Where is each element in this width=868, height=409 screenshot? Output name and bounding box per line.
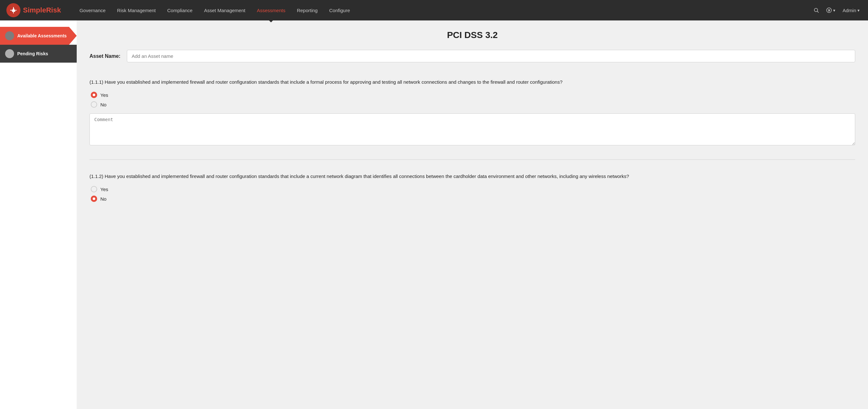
brand-logo-link[interactable]: ♟ SimpleRisk xyxy=(6,3,61,17)
brand-name: SimpleRisk xyxy=(23,6,61,14)
page-layout: Available Assessments Pending Risks PCI … xyxy=(0,21,868,409)
question-divider xyxy=(90,159,855,160)
navbar-right: ? ▾ Admin ▾ xyxy=(811,5,862,15)
sidebar-item-available-assessments[interactable]: Available Assessments xyxy=(0,27,77,45)
help-button[interactable]: ? ▾ xyxy=(824,5,837,15)
question-1-radio-group: Yes No xyxy=(90,92,855,108)
assessment-title: PCI DSS 3.2 xyxy=(90,30,855,40)
asset-name-row: Asset Name: xyxy=(90,50,855,62)
svg-point-5 xyxy=(814,8,818,12)
nav-item-configure[interactable]: Configure xyxy=(323,0,356,21)
nav-menu: Governance Risk Management Compliance As… xyxy=(74,0,812,21)
svg-line-6 xyxy=(817,11,819,12)
nav-item-risk-management[interactable]: Risk Management xyxy=(111,0,161,21)
nav-item-asset-management[interactable]: Asset Management xyxy=(198,0,251,21)
asset-name-input[interactable] xyxy=(127,50,855,62)
question-2-no-radio[interactable] xyxy=(91,195,97,202)
navbar: ♟ SimpleRisk Governance Risk Management … xyxy=(0,0,868,21)
question-block-1: (1.1.1) Have you established and impleme… xyxy=(90,72,855,153)
search-button[interactable] xyxy=(811,5,821,15)
question-2-radio-group: Yes No xyxy=(90,186,855,202)
nav-item-compliance[interactable]: Compliance xyxy=(161,0,198,21)
sidebar-item-pending-risks[interactable]: Pending Risks xyxy=(0,45,77,63)
main-content: PCI DSS 3.2 Asset Name: (1.1.1) Have you… xyxy=(77,21,868,409)
question-block-2: (1.1.2) Have you established and impleme… xyxy=(90,166,855,214)
sidebar: Available Assessments Pending Risks xyxy=(0,21,77,409)
question-2-yes-option[interactable]: Yes xyxy=(91,186,855,192)
svg-text:♟: ♟ xyxy=(11,7,16,13)
svg-text:?: ? xyxy=(828,9,830,12)
question-1-comment[interactable] xyxy=(90,114,855,146)
brand-logo: ♟ xyxy=(6,3,21,17)
question-2-yes-radio[interactable] xyxy=(91,186,97,192)
question-2-no-option[interactable]: No xyxy=(91,195,855,202)
admin-menu-button[interactable]: Admin ▾ xyxy=(840,6,862,15)
question-1-yes-radio[interactable] xyxy=(91,92,97,98)
question-1-text: (1.1.1) Have you established and impleme… xyxy=(90,78,855,86)
question-1-yes-option[interactable]: Yes xyxy=(91,92,855,98)
asset-name-label: Asset Name: xyxy=(90,53,121,59)
nav-item-reporting[interactable]: Reporting xyxy=(291,0,323,21)
question-2-text: (1.1.2) Have you established and impleme… xyxy=(90,172,855,180)
nav-item-assessments[interactable]: Assessments xyxy=(251,0,291,21)
sidebar-toggle-active xyxy=(5,31,14,40)
question-1-no-option[interactable]: No xyxy=(91,101,855,108)
sidebar-toggle-inactive xyxy=(5,49,14,58)
question-1-no-radio[interactable] xyxy=(91,101,97,108)
nav-item-governance[interactable]: Governance xyxy=(74,0,112,21)
